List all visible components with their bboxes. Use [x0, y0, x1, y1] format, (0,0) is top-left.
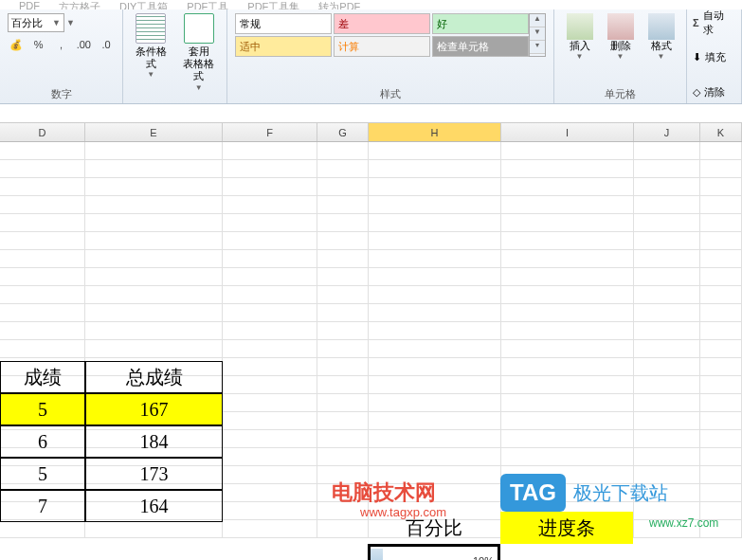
cell[interactable] [85, 340, 223, 358]
cell[interactable] [501, 340, 634, 358]
number-format-dropdown[interactable]: 百分比 ▼ [8, 13, 64, 32]
cell[interactable] [369, 178, 501, 196]
tab[interactable]: PDF工具 [187, 0, 228, 9]
cell[interactable] [634, 142, 700, 160]
cell[interactable] [501, 286, 634, 304]
cell[interactable] [85, 142, 223, 160]
table-cell[interactable]: 5 [0, 393, 85, 425]
table-cell[interactable]: 6 [0, 425, 85, 458]
cell[interactable] [223, 394, 317, 412]
scroll-down-icon[interactable]: ▼ [530, 27, 545, 41]
cell[interactable] [85, 160, 223, 178]
cell[interactable] [700, 412, 742, 430]
cell[interactable] [700, 196, 742, 214]
cell[interactable] [85, 322, 223, 340]
cell[interactable] [700, 304, 742, 322]
formula-bar[interactable] [0, 104, 742, 123]
cell[interactable] [634, 196, 700, 214]
format-button[interactable]: 格式 ▼ [643, 13, 679, 61]
cell[interactable] [700, 160, 742, 178]
cell[interactable] [700, 466, 742, 484]
cell[interactable] [223, 376, 317, 394]
autosum-button[interactable]: Σ 自动求 [693, 13, 733, 32]
cell[interactable] [501, 250, 634, 268]
cell[interactable] [634, 340, 700, 358]
percent-selection[interactable]: 10%40%70%100% [368, 544, 500, 560]
cell[interactable] [317, 358, 369, 376]
cell[interactable] [0, 142, 85, 160]
cell[interactable] [700, 268, 742, 286]
cell[interactable] [223, 448, 317, 466]
cell[interactable] [700, 376, 742, 394]
cell[interactable] [501, 232, 634, 250]
cell[interactable] [634, 250, 700, 268]
cell[interactable] [369, 448, 501, 466]
cell[interactable] [0, 214, 85, 232]
cell[interactable] [0, 178, 85, 196]
column-header[interactable]: G [317, 123, 369, 141]
cell[interactable] [369, 286, 501, 304]
cell[interactable] [634, 214, 700, 232]
cell[interactable] [501, 322, 634, 340]
cell[interactable] [223, 286, 317, 304]
table-cell[interactable]: 7 [0, 490, 85, 522]
cell[interactable] [501, 376, 634, 394]
percent-icon[interactable]: % [30, 36, 47, 53]
cell[interactable] [223, 250, 317, 268]
column-header[interactable]: D [0, 123, 85, 141]
cell[interactable] [223, 412, 317, 430]
cell[interactable] [369, 394, 501, 412]
cell[interactable] [317, 214, 369, 232]
insert-button[interactable]: 插入 ▼ [562, 13, 597, 61]
cell[interactable] [501, 358, 634, 376]
cell[interactable] [700, 394, 742, 412]
cell[interactable] [317, 394, 369, 412]
cell[interactable] [501, 412, 634, 430]
cell[interactable] [317, 178, 369, 196]
cell[interactable] [501, 430, 634, 448]
table-format-button[interactable]: 套用 表格格式 ▼ [179, 13, 220, 92]
cell[interactable] [369, 412, 501, 430]
style-good[interactable]: 好 [432, 13, 529, 34]
cell[interactable] [223, 178, 317, 196]
cell[interactable] [317, 376, 369, 394]
cell[interactable] [223, 214, 317, 232]
currency-icon[interactable]: 💰 [8, 36, 25, 53]
cell[interactable] [317, 268, 369, 286]
cell[interactable] [85, 178, 223, 196]
cell[interactable] [0, 520, 85, 538]
cell[interactable] [0, 160, 85, 178]
cell[interactable] [85, 268, 223, 286]
cell[interactable] [501, 160, 634, 178]
cell[interactable] [317, 232, 369, 250]
column-header[interactable]: H [369, 123, 501, 141]
fill-button[interactable]: ⬇ 填充 [693, 48, 733, 67]
cell[interactable] [223, 268, 317, 286]
cell[interactable] [369, 142, 501, 160]
cell[interactable] [223, 232, 317, 250]
cell[interactable] [317, 286, 369, 304]
cell[interactable] [501, 142, 634, 160]
column-header[interactable]: E [85, 123, 223, 141]
cell[interactable] [634, 286, 700, 304]
scroll-up-icon[interactable]: ▲ [530, 14, 545, 27]
cell[interactable] [634, 448, 700, 466]
cell[interactable] [634, 358, 700, 376]
style-normal[interactable]: 常规 [235, 13, 332, 34]
cell[interactable] [501, 304, 634, 322]
cell[interactable] [501, 448, 634, 466]
cell[interactable] [317, 340, 369, 358]
cell[interactable] [223, 340, 317, 358]
cell[interactable] [501, 394, 634, 412]
cell[interactable] [223, 322, 317, 340]
cell[interactable] [700, 214, 742, 232]
cell[interactable] [223, 160, 317, 178]
cell[interactable] [317, 448, 369, 466]
cell[interactable] [634, 304, 700, 322]
column-header[interactable]: K [700, 123, 742, 141]
comma-icon[interactable]: , [53, 36, 70, 53]
cell[interactable] [0, 196, 85, 214]
cell[interactable] [634, 376, 700, 394]
table-cell[interactable]: 173 [85, 458, 223, 490]
tab[interactable]: PDF工具集 [247, 0, 299, 9]
